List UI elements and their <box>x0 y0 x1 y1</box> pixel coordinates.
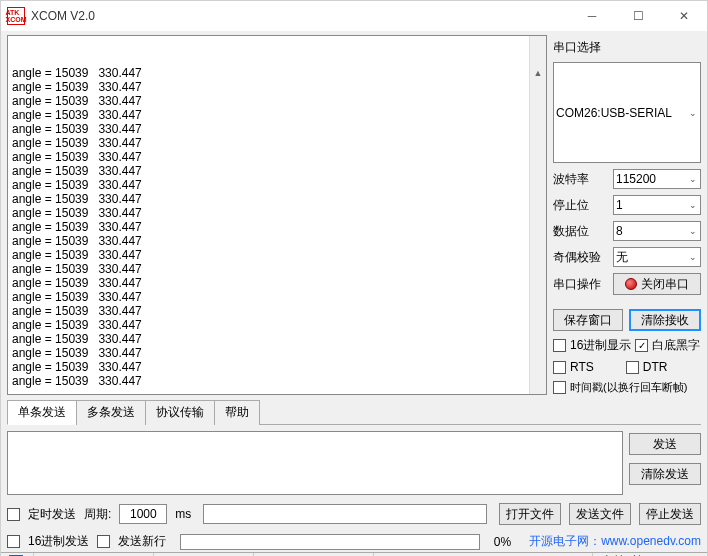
status-bar: www.openedv.com S:0 R:45293 CTS=0 DSR=0 … <box>1 552 707 556</box>
send-tabs: 单条发送 多条发送 协议传输 帮助 <box>7 399 701 425</box>
period-label: 周期: <box>84 506 111 523</box>
chevron-down-icon: ⌄ <box>689 252 700 262</box>
record-icon <box>625 278 637 290</box>
baud-select[interactable]: 115200⌄ <box>613 169 701 189</box>
window-title: XCOM V2.0 <box>31 9 569 23</box>
minimize-button[interactable]: ─ <box>569 1 615 31</box>
file-path-input[interactable] <box>203 504 487 524</box>
chevron-down-icon: ⌄ <box>689 200 700 210</box>
port-value: COM26:USB-SERIAL <box>556 106 672 120</box>
send-input[interactable] <box>7 431 623 495</box>
receive-terminal[interactable]: angle = 15039 330.447 angle = 15039 330.… <box>7 35 547 395</box>
chevron-down-icon: ⌄ <box>689 174 700 184</box>
open-file-button[interactable]: 打开文件 <box>499 503 561 525</box>
chevron-down-icon: ⌄ <box>689 226 700 236</box>
parity-select[interactable]: 无⌄ <box>613 247 701 267</box>
dtr-label: DTR <box>643 360 668 374</box>
serial-settings-panel: 串口选择 COM26:USB-SERIAL⌄ 波特率 115200⌄ 停止位 1… <box>553 35 701 395</box>
close-port-button[interactable]: 关闭串口 <box>613 273 701 295</box>
period-input[interactable] <box>119 504 167 524</box>
dtr-checkbox[interactable] <box>626 361 639 374</box>
hex-send-checkbox[interactable] <box>7 535 20 548</box>
parity-value: 无 <box>616 249 628 266</box>
databit-value: 8 <box>616 224 623 238</box>
whitebg-checkbox[interactable]: ✓ <box>635 339 648 352</box>
close-button[interactable]: ✕ <box>661 1 707 31</box>
stopbit-select[interactable]: 1⌄ <box>613 195 701 215</box>
timestamp-label: 时间戳(以换行回车断帧) <box>570 380 687 395</box>
clear-send-button[interactable]: 清除发送 <box>629 463 701 485</box>
promo-link[interactable]: www.openedv.com <box>601 534 701 548</box>
tab-single-send[interactable]: 单条发送 <box>7 400 77 425</box>
stopbit-label: 停止位 <box>553 197 609 214</box>
port-select-label: 串口选择 <box>553 39 601 56</box>
databit-select[interactable]: 8⌄ <box>613 221 701 241</box>
send-newline-label: 发送新行 <box>118 533 166 550</box>
databit-label: 数据位 <box>553 223 609 240</box>
save-window-button[interactable]: 保存窗口 <box>553 309 623 331</box>
timed-send-label: 定时发送 <box>28 506 76 523</box>
timed-send-checkbox[interactable] <box>7 508 20 521</box>
hex-display-checkbox[interactable] <box>553 339 566 352</box>
port-op-label: 串口操作 <box>553 276 609 293</box>
hex-send-label: 16进制发送 <box>28 533 89 550</box>
clear-receive-button[interactable]: 清除接收 <box>629 309 701 331</box>
progress-percent: 0% <box>494 535 511 549</box>
stop-send-button[interactable]: 停止发送 <box>639 503 701 525</box>
stopbit-value: 1 <box>616 198 623 212</box>
port-select[interactable]: COM26:USB-SERIAL⌄ <box>553 62 701 163</box>
scrollbar[interactable]: ▲ <box>529 36 546 394</box>
send-newline-checkbox[interactable] <box>97 535 110 548</box>
close-port-label: 关闭串口 <box>641 276 689 293</box>
tab-protocol[interactable]: 协议传输 <box>145 400 215 425</box>
timestamp-checkbox[interactable] <box>553 381 566 394</box>
parity-label: 奇偶校验 <box>553 249 609 266</box>
send-file-button[interactable]: 发送文件 <box>569 503 631 525</box>
period-unit: ms <box>175 507 191 521</box>
scroll-up-icon[interactable]: ▲ <box>530 64 546 81</box>
send-button[interactable]: 发送 <box>629 433 701 455</box>
rts-label: RTS <box>570 360 594 374</box>
baud-value: 115200 <box>616 172 656 186</box>
baud-label: 波特率 <box>553 171 609 188</box>
tab-multi-send[interactable]: 多条发送 <box>76 400 146 425</box>
promo-label: 开源电子网： <box>529 534 601 548</box>
titlebar: ATK XCOM XCOM V2.0 ─ ☐ ✕ <box>1 1 707 31</box>
whitebg-label: 白底黑字 <box>652 337 700 354</box>
rts-checkbox[interactable] <box>553 361 566 374</box>
maximize-button[interactable]: ☐ <box>615 1 661 31</box>
hex-display-label: 16进制显示 <box>570 337 631 354</box>
tab-help[interactable]: 帮助 <box>214 400 260 425</box>
progress-bar <box>180 534 479 550</box>
app-logo-icon: ATK XCOM <box>7 7 25 25</box>
chevron-down-icon: ⌄ <box>689 108 700 118</box>
